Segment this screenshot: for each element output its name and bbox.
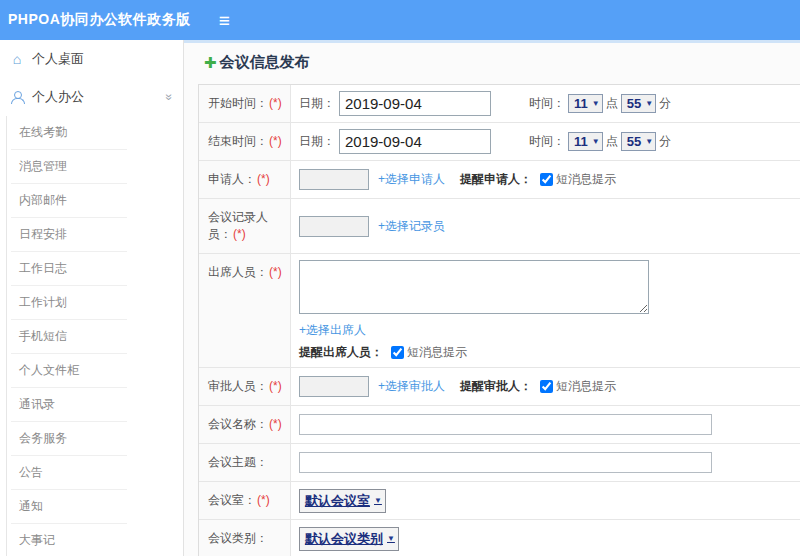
meeting-subject-input[interactable] xyxy=(299,452,712,473)
end-date-input[interactable] xyxy=(339,129,491,154)
sidebar-item-contacts[interactable]: 通讯录 xyxy=(11,388,127,422)
hour-unit-label: 点 xyxy=(606,133,618,150)
meeting-form: 开始时间：(*) 日期： 时间： 11▼ 点 55▼ 分 结束时间：(*) 日期… xyxy=(198,84,800,556)
sidebar-item-sms[interactable]: 手机短信 xyxy=(11,320,127,354)
hamburger-menu-icon[interactable]: ≡ xyxy=(219,11,230,30)
choose-approver-link[interactable]: +选择审批人 xyxy=(378,378,445,395)
form-row-meeting-subject: 会议主题： xyxy=(199,444,800,482)
approver-sms-checkbox[interactable] xyxy=(540,380,553,393)
select-arrow-icon: ▼ xyxy=(645,99,653,108)
remind-attendees-label: 提醒出席人员： xyxy=(299,344,383,361)
required-mark: (*) xyxy=(269,265,282,279)
sidebar-item-events[interactable]: 大事记 xyxy=(11,524,127,556)
remind-applicant-label: 提醒申请人： xyxy=(460,171,532,188)
hour-unit-label: 点 xyxy=(606,95,618,112)
approver-input[interactable] xyxy=(299,376,369,397)
attendees-textarea[interactable] xyxy=(299,260,649,314)
choose-attendee-link[interactable]: +选择出席人 xyxy=(299,322,366,339)
sidebar-item-work-log[interactable]: 工作日志 xyxy=(11,252,127,286)
form-row-start-time: 开始时间：(*) 日期： 时间： 11▼ 点 55▼ 分 xyxy=(199,85,800,123)
applicant-input[interactable] xyxy=(299,169,369,190)
attendees-sms-checkbox[interactable] xyxy=(391,346,404,359)
sidebar-item-notice[interactable]: 通知 xyxy=(11,490,127,524)
choose-applicant-link[interactable]: +选择申请人 xyxy=(378,171,445,188)
attendees-label: 出席人员： xyxy=(208,265,268,279)
sms-label: 短消息提示 xyxy=(407,344,467,361)
add-icon: ✚ xyxy=(204,54,217,72)
start-hour-select[interactable]: 11▼ xyxy=(568,94,603,113)
form-row-approver: 审批人员：(*) +选择审批人 提醒审批人： 短消息提示 xyxy=(199,368,800,406)
app-title: PHPOA协同办公软件政务版 xyxy=(0,11,191,29)
sidebar-item-message-management[interactable]: 消息管理 xyxy=(11,150,127,184)
time-label: 时间： xyxy=(529,133,565,150)
minute-unit-label: 分 xyxy=(659,133,671,150)
form-row-meeting-name: 会议名称：(*) xyxy=(199,406,800,444)
meeting-subject-label: 会议主题： xyxy=(208,455,268,469)
remind-approver-label: 提醒审批人： xyxy=(460,378,532,395)
choose-recorder-link[interactable]: +选择记录员 xyxy=(378,218,445,235)
sidebar-item-meeting-service[interactable]: 会务服务 xyxy=(11,422,127,456)
home-icon: ⌂ xyxy=(9,51,25,67)
applicant-sms-checkbox[interactable] xyxy=(540,173,553,186)
page-title: ✚ 会议信息发布 xyxy=(204,53,800,72)
sms-label: 短消息提示 xyxy=(556,171,616,188)
end-time-label: 结束时间： xyxy=(208,134,268,148)
start-time-label: 开始时间： xyxy=(208,96,268,110)
applicant-label: 申请人： xyxy=(208,172,256,186)
approver-label: 审批人员： xyxy=(208,379,268,393)
date-label: 日期： xyxy=(299,95,335,112)
recorder-input[interactable] xyxy=(299,216,369,237)
select-arrow-icon: ▼ xyxy=(645,137,653,146)
form-row-meeting-room: 会议室：(*) 默认会议室▼ xyxy=(199,482,800,520)
app-window: PHPOA协同办公软件政务版 ≡ ⌂ 个人桌面 个人办公 » 在线考勤 消息管理… xyxy=(0,0,800,556)
select-arrow-icon: ▼ xyxy=(387,534,395,543)
form-row-attendees: 出席人员：(*) +选择出席人 提醒出席人员： 短消息提示 xyxy=(199,254,800,368)
required-mark: (*) xyxy=(257,493,270,507)
required-mark: (*) xyxy=(269,417,282,431)
select-arrow-icon: ▼ xyxy=(592,99,600,108)
sidebar-item-personal-files[interactable]: 个人文件柜 xyxy=(11,354,127,388)
form-row-recorder: 会议记录人员：(*) +选择记录员 xyxy=(199,199,800,254)
meeting-room-select[interactable]: 默认会议室▼ xyxy=(299,489,386,513)
chevron-down-icon: » xyxy=(163,94,177,101)
required-mark: (*) xyxy=(269,96,282,110)
meeting-category-label: 会议类别： xyxy=(208,531,268,545)
sidebar-item-internal-mail[interactable]: 内部邮件 xyxy=(11,184,127,218)
top-header: PHPOA协同办公软件政务版 ≡ xyxy=(0,0,800,40)
start-date-input[interactable] xyxy=(339,91,491,116)
meeting-room-label: 会议室： xyxy=(208,493,256,507)
time-label: 时间： xyxy=(529,95,565,112)
form-row-applicant: 申请人：(*) +选择申请人 提醒申请人： 短消息提示 xyxy=(199,161,800,199)
minute-unit-label: 分 xyxy=(659,95,671,112)
sidebar-item-schedule[interactable]: 日程安排 xyxy=(11,218,127,252)
end-hour-select[interactable]: 11▼ xyxy=(568,132,603,151)
required-mark: (*) xyxy=(233,227,246,241)
sms-label: 短消息提示 xyxy=(556,378,616,395)
select-arrow-icon: ▼ xyxy=(374,496,382,505)
sidebar-item-label: 个人桌面 xyxy=(32,50,84,68)
meeting-name-input[interactable] xyxy=(299,414,712,435)
form-row-meeting-category: 会议类别： 默认会议类别▼ xyxy=(199,520,800,556)
end-minute-select[interactable]: 55▼ xyxy=(621,132,656,151)
required-mark: (*) xyxy=(269,134,282,148)
sidebar-item-label: 个人办公 xyxy=(32,88,84,106)
sidebar: ⌂ 个人桌面 个人办公 » 在线考勤 消息管理 内部邮件 日程安排 工作日志 工… xyxy=(0,40,184,556)
meeting-category-select[interactable]: 默认会议类别▼ xyxy=(299,527,399,551)
select-arrow-icon: ▼ xyxy=(592,137,600,146)
sidebar-item-work-plan[interactable]: 工作计划 xyxy=(11,286,127,320)
required-mark: (*) xyxy=(257,172,270,186)
form-row-end-time: 结束时间：(*) 日期： 时间： 11▼ 点 55▼ 分 xyxy=(199,123,800,161)
start-minute-select[interactable]: 55▼ xyxy=(621,94,656,113)
sidebar-item-announcement[interactable]: 公告 xyxy=(11,456,127,490)
sidebar-submenu: 在线考勤 消息管理 内部邮件 日程安排 工作日志 工作计划 手机短信 个人文件柜… xyxy=(6,116,183,556)
date-label: 日期： xyxy=(299,133,335,150)
user-icon xyxy=(11,91,23,104)
required-mark: (*) xyxy=(269,379,282,393)
sidebar-item-online-attendance[interactable]: 在线考勤 xyxy=(11,116,127,150)
meeting-name-label: 会议名称： xyxy=(208,417,268,431)
sidebar-item-personal-office[interactable]: 个人办公 » xyxy=(0,78,183,116)
main-content: ✚ 会议信息发布 开始时间：(*) 日期： 时间： 11▼ 点 55▼ 分 xyxy=(184,40,800,556)
sidebar-item-personal-desktop[interactable]: ⌂ 个人桌面 xyxy=(0,40,183,78)
